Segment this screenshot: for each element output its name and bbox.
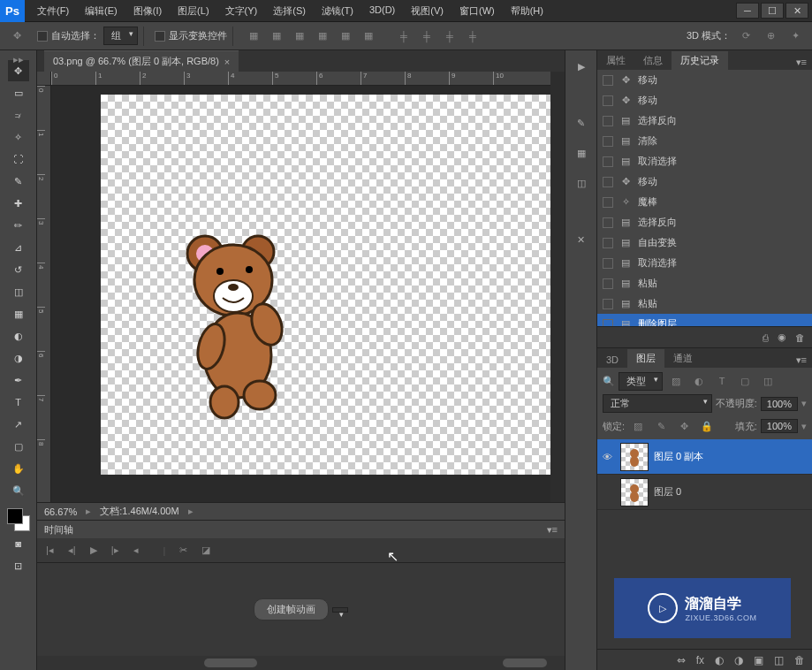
document-tab[interactable]: 03.png @ 66.7% (图层 0 副本, RGB/8) × bbox=[44, 50, 239, 72]
visibility-icon[interactable]: 👁 bbox=[603, 452, 615, 462]
menu-window[interactable]: 窗口(W) bbox=[452, 1, 502, 21]
styles-panel-icon[interactable]: ◫ bbox=[571, 172, 592, 194]
layer-item[interactable]: 图层 0 bbox=[597, 475, 812, 510]
new-snapshot-icon[interactable]: ⎙ bbox=[763, 332, 769, 343]
brush-panel-icon[interactable]: ✎ bbox=[571, 112, 592, 133]
adjust-icon[interactable]: ◑ bbox=[734, 654, 743, 666]
eyedropper-tool[interactable]: ✎ bbox=[8, 171, 29, 192]
tab-layers[interactable]: 图层 bbox=[627, 349, 664, 368]
close-doc-icon[interactable]: × bbox=[224, 57, 230, 67]
tab-history[interactable]: 历史记录 bbox=[672, 51, 728, 70]
panel-menu-icon[interactable]: ▾≡ bbox=[791, 353, 812, 368]
stamp-tool[interactable]: ⊿ bbox=[8, 237, 29, 258]
transition-icon[interactable]: ◪ bbox=[201, 544, 210, 556]
layer-thumbnail[interactable] bbox=[620, 478, 649, 506]
history-checkbox[interactable] bbox=[603, 75, 613, 86]
align-icon[interactable]: ▦ bbox=[336, 27, 355, 46]
last-frame-icon[interactable]: ◂ bbox=[133, 544, 139, 556]
tab-properties[interactable]: 属性 bbox=[597, 51, 634, 70]
distribute-icon[interactable]: ╪ bbox=[440, 27, 459, 46]
trash-icon[interactable]: 🗑 bbox=[794, 654, 805, 666]
3d-icon[interactable]: ⊕ bbox=[761, 27, 780, 46]
zoom-level[interactable]: 66.67% bbox=[44, 506, 77, 517]
trash-icon[interactable]: 🗑 bbox=[795, 332, 805, 343]
opacity-value[interactable]: 100% bbox=[761, 397, 798, 411]
3d-icon[interactable]: ✦ bbox=[785, 27, 805, 46]
path-tool[interactable]: ↗ bbox=[8, 414, 29, 435]
cut-icon[interactable]: ✂ bbox=[179, 544, 187, 556]
canvas[interactable] bbox=[101, 95, 550, 475]
history-item[interactable]: ▤选择反向 bbox=[597, 110, 812, 131]
close-button[interactable]: ✕ bbox=[785, 3, 808, 19]
history-checkbox[interactable] bbox=[603, 319, 613, 327]
filter-kind-combo[interactable]: 类型 bbox=[618, 372, 663, 391]
layer-item[interactable]: 👁图层 0 副本 bbox=[597, 439, 812, 475]
play-icon[interactable]: ▶ bbox=[90, 544, 97, 556]
marquee-tool[interactable]: ▭ bbox=[8, 82, 29, 103]
menu-3d[interactable]: 3D(D) bbox=[362, 1, 402, 21]
lock-trans-icon[interactable]: ▨ bbox=[628, 416, 648, 436]
viewport[interactable] bbox=[51, 86, 550, 502]
zoom-tool[interactable]: 🔍 bbox=[8, 480, 29, 501]
history-checkbox[interactable] bbox=[603, 95, 613, 106]
blend-mode-combo[interactable]: 正常 bbox=[603, 394, 712, 413]
quickmask-tool[interactable]: ◙ bbox=[8, 533, 29, 554]
menu-file[interactable]: 文件(F) bbox=[30, 1, 76, 21]
history-checkbox[interactable] bbox=[603, 217, 613, 228]
crop-tool[interactable]: ⛶ bbox=[8, 148, 29, 170]
brush-tool[interactable]: ✏ bbox=[8, 215, 29, 236]
history-item[interactable]: ▤删除图层 bbox=[597, 314, 812, 326]
filter-image-icon[interactable]: ▨ bbox=[666, 371, 686, 391]
panel-menu-icon[interactable]: ▾≡ bbox=[547, 524, 558, 536]
swatches-panel-icon[interactable]: ▦ bbox=[571, 142, 592, 164]
history-item[interactable]: ✥移动 bbox=[597, 70, 812, 90]
eraser-tool[interactable]: ◫ bbox=[8, 281, 29, 302]
menu-edit[interactable]: 编辑(E) bbox=[78, 1, 125, 21]
dodge-tool[interactable]: ◑ bbox=[8, 347, 29, 369]
3d-icon[interactable]: ⟳ bbox=[736, 27, 755, 46]
align-icon[interactable]: ▦ bbox=[290, 27, 309, 46]
history-checkbox[interactable] bbox=[603, 136, 613, 147]
create-animation-combo[interactable] bbox=[332, 607, 348, 613]
menu-type[interactable]: 文字(Y) bbox=[218, 1, 265, 21]
history-checkbox[interactable] bbox=[603, 238, 613, 248]
history-item[interactable]: ▤取消选择 bbox=[597, 151, 812, 171]
lasso-tool[interactable]: ⟉ bbox=[8, 104, 29, 126]
adjustments-panel-icon[interactable]: ✕ bbox=[571, 229, 592, 250]
align-icon[interactable]: ▦ bbox=[244, 27, 263, 46]
filter-smart-icon[interactable]: ◫ bbox=[758, 371, 778, 391]
auto-select-checkbox[interactable] bbox=[37, 31, 48, 42]
prev-frame-icon[interactable]: ◂| bbox=[68, 544, 76, 556]
distribute-icon[interactable]: ╪ bbox=[463, 27, 482, 46]
screen-mode-tool[interactable]: ⊡ bbox=[8, 555, 29, 576]
fill-value[interactable]: 100% bbox=[761, 419, 798, 433]
link-icon[interactable]: ⇔ bbox=[677, 654, 686, 666]
type-tool[interactable]: T bbox=[8, 392, 29, 413]
new-layer-icon[interactable]: ◫ bbox=[774, 654, 784, 666]
align-icon[interactable]: ▦ bbox=[313, 27, 332, 46]
layer-name[interactable]: 图层 0 副本 bbox=[654, 450, 703, 463]
filter-type-icon[interactable]: T bbox=[712, 371, 732, 391]
filter-shape-icon[interactable]: ▢ bbox=[735, 371, 755, 391]
next-frame-icon[interactable]: |▸ bbox=[111, 544, 119, 556]
history-item[interactable]: ▤选择反向 bbox=[597, 212, 812, 232]
lock-all-icon[interactable]: 🔒 bbox=[697, 416, 717, 436]
shape-tool[interactable]: ▢ bbox=[8, 436, 29, 457]
create-frame-animation-button[interactable]: 创建帧动画 bbox=[254, 598, 329, 621]
layer-thumbnail[interactable] bbox=[620, 443, 649, 471]
menu-help[interactable]: 帮助(H) bbox=[504, 1, 550, 21]
auto-select-combo[interactable]: 组 bbox=[103, 27, 138, 45]
history-item[interactable]: ▤清除 bbox=[597, 131, 812, 151]
distribute-icon[interactable]: ╪ bbox=[417, 27, 436, 46]
show-transform-checkbox[interactable] bbox=[155, 31, 165, 42]
menu-image[interactable]: 图像(I) bbox=[126, 1, 169, 21]
history-checkbox[interactable] bbox=[603, 197, 613, 208]
mask-icon[interactable]: ◐ bbox=[715, 654, 724, 666]
wand-tool[interactable]: ✧ bbox=[8, 126, 29, 148]
history-item[interactable]: ▤粘贴 bbox=[597, 273, 812, 293]
minimize-button[interactable]: ─ bbox=[736, 3, 759, 19]
history-item[interactable]: ▤自由变换 bbox=[597, 232, 812, 253]
color-swatch[interactable] bbox=[7, 508, 30, 531]
history-checkbox[interactable] bbox=[603, 278, 613, 289]
gradient-tool[interactable]: ▦ bbox=[8, 303, 29, 324]
